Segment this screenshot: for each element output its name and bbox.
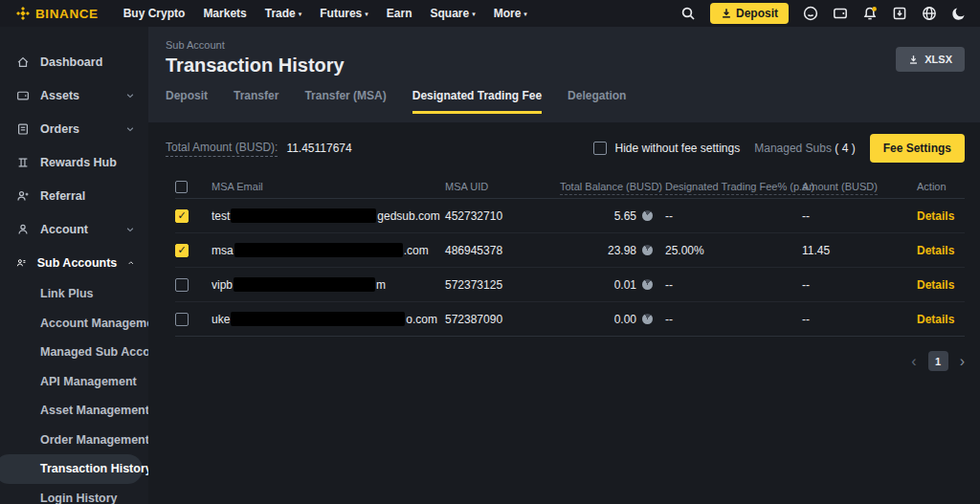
search-icon[interactable] [680,6,696,21]
chevron-down-icon: ▾ [472,11,476,18]
row-checkbox[interactable] [175,313,189,326]
sidebar-subitem-account-management[interactable]: Account Management [0,309,148,339]
prev-page-icon[interactable]: ‹ [911,354,916,369]
sidebar-subitem-transaction-history[interactable]: Transaction History [0,454,143,484]
sub-accounts-icon [16,256,27,270]
sidebar-subitem-asset-management[interactable]: Asset Management [0,396,148,426]
sidebar-item-assets[interactable]: Assets [0,78,148,112]
select-all-checkbox[interactable] [175,181,188,193]
chevron-down-icon: ▾ [299,11,302,18]
theme-moon-icon[interactable] [951,6,967,21]
main-nav-menu: Buy Crypto Markets Trade▾ Futures▾ Earn … [123,7,527,20]
pie-chart-icon[interactable] [642,210,653,221]
pie-chart-icon[interactable] [642,279,653,290]
msa-uid-cell: 486945378 [445,244,560,257]
main-content: Sub Account Transaction History XLSX Dep… [148,27,980,504]
binance-logo-icon [15,6,31,21]
nav-item-trade[interactable]: Trade▾ [265,7,302,20]
tab-deposit[interactable]: Deposit [166,89,208,114]
deposit-download-icon [721,8,732,19]
pie-chart-icon[interactable] [642,245,653,255]
sidebar-subitem-login-history[interactable]: Login History [0,484,148,504]
total-amount-label: Total Amount (BUSD): [166,141,278,157]
msa-email-cell: ukeo.com [212,312,445,326]
nav-item-earn[interactable]: Earn [387,7,412,20]
managed-subs-counter: Managed Subs ( 4 ) [754,142,855,155]
nav-item-markets[interactable]: Markets [203,7,246,20]
msa-uid-cell: 452732710 [445,209,560,223]
table-header-row: MSA Email MSA UID Total Balance (BUSD) D… [175,175,965,199]
sidebar-item-rewards-hub[interactable]: Rewards Hub [0,145,148,179]
page-header: Sub Account Transaction History XLSX Dep… [148,27,980,122]
fee-cell: -- [665,209,802,223]
sidebar-subitem-link-plus[interactable]: Link Plus [0,279,148,309]
amount-cell: -- [802,278,917,292]
col-designated-fee: Designated Trading Fee% (p.a.) [665,181,802,192]
brand-name: BINANCE [35,7,99,21]
total-balance-cell: 23.98 [560,244,665,257]
total-amount-value: 11.45117674 [286,142,351,155]
sidebar-item-referral[interactable]: Referral [0,179,148,212]
fee-cell: -- [665,278,802,292]
tab-transfer-msa[interactable]: Transfer (MSA) [304,89,386,114]
chevron-down-icon [125,225,135,234]
sidebar-item-orders[interactable]: Orders [0,112,148,145]
total-balance-cell: 0.00 [560,313,665,326]
nav-item-square[interactable]: Square▾ [430,7,475,20]
notifications-bell-icon[interactable] [862,6,878,21]
msa-uid-cell: 572387090 [445,313,560,326]
account-person-icon [16,223,30,236]
tab-designated-trading-fee[interactable]: Designated Trading Fee [412,89,542,114]
fee-settings-button[interactable]: Fee Settings [870,134,965,163]
app-download-icon[interactable] [892,6,907,21]
col-msa-uid: MSA UID [445,181,560,192]
nav-item-futures[interactable]: Futures▾ [320,7,368,20]
details-link[interactable]: Details [917,278,965,292]
orders-file-icon [16,122,30,136]
language-globe-icon[interactable] [922,6,937,21]
nav-item-more[interactable]: More▾ [494,7,527,20]
amount-cell: 11.45 [802,244,917,257]
sidebar-subitem-order-management[interactable]: Order Management [0,426,148,455]
col-amount: Amount (BUSD) [802,181,917,192]
redacted-email-segment [234,243,403,257]
export-xlsx-button[interactable]: XLSX [896,47,965,72]
amount-cell: -- [802,209,917,223]
sidebar-item-account[interactable]: Account [0,212,148,246]
deposit-button[interactable]: Deposit [710,3,789,24]
wallet-icon[interactable] [833,6,848,21]
next-page-icon[interactable]: › [960,354,965,369]
fee-cell: 25.00% [665,244,802,257]
pie-chart-icon[interactable] [642,314,653,324]
col-action: Action [917,181,965,192]
profile-icon[interactable] [803,6,818,21]
msa-uid-cell: 572373125 [445,278,560,292]
row-checkbox[interactable] [175,278,189,292]
sidebar-subitem-managed-sub-account[interactable]: Managed Sub Account [0,338,148,367]
breadcrumb: Sub Account [166,39,965,51]
sidebar-subitem-api-management[interactable]: API Management [0,367,148,397]
binance-logo[interactable]: BINANCE [15,6,99,21]
page-1-button[interactable]: 1 [928,351,948,371]
details-link[interactable]: Details [917,244,965,257]
tab-delegation[interactable]: Delegation [568,89,626,114]
redacted-email-segment [234,277,375,292]
tab-transfer[interactable]: Transfer [234,89,278,114]
details-link[interactable]: Details [917,209,965,223]
details-link[interactable]: Details [917,313,965,326]
col-total-balance: Total Balance (BUSD) [560,181,665,192]
home-icon [16,55,30,69]
table-row: ukeo.com 572387090 0.00 -- -- Details [175,302,965,337]
referral-person-add-icon [16,189,30,203]
nav-item-buy-crypto[interactable]: Buy Crypto [123,7,186,20]
row-checkbox[interactable] [175,244,189,257]
sidebar-item-dashboard[interactable]: Dashboard [0,45,148,78]
row-checkbox[interactable] [175,209,189,223]
sidebar: Dashboard Assets Orders Rewards Hub Refe… [0,27,148,504]
fee-table: MSA Email MSA UID Total Balance (BUSD) D… [175,175,965,337]
hide-without-fee-checkbox[interactable] [593,142,607,155]
sidebar-item-sub-accounts[interactable]: Sub Accounts [0,246,148,279]
chevron-down-icon [125,124,135,134]
msa-email-cell: msa.com [212,243,445,257]
msa-email-cell: vipbm [212,277,445,292]
